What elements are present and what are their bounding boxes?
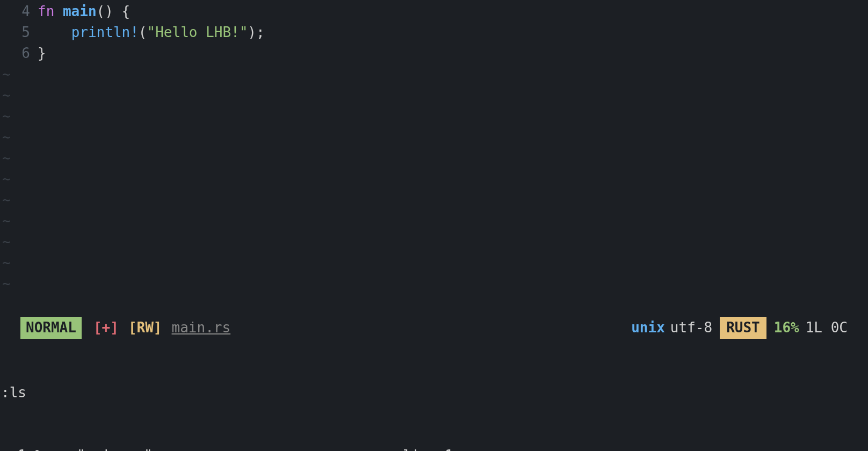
- empty-line-tilde: ~: [0, 85, 868, 106]
- empty-line-tilde: ~: [0, 273, 868, 294]
- file-format: unix: [631, 317, 665, 338]
- line-number: 5: [0, 22, 38, 43]
- encoding-label: utf-8: [670, 317, 712, 338]
- empty-line-tilde: ~: [0, 106, 868, 127]
- code-line[interactable]: 6}: [0, 43, 868, 64]
- language-badge: RUST: [720, 317, 766, 339]
- empty-line-tilde: ~: [0, 190, 868, 210]
- status-bar: NORMAL [+] [RW] main.rs unix utf-8 RUST …: [0, 317, 868, 338]
- code-editor[interactable]: 4fn main() {5 println!("Hello LHB!");6} …: [0, 0, 868, 294]
- line-number: 6: [0, 43, 38, 64]
- position-label: 1L 0C: [806, 317, 848, 338]
- line-number: 4: [0, 1, 38, 22]
- code-text[interactable]: }: [38, 43, 46, 64]
- mode-badge: NORMAL: [20, 317, 82, 339]
- empty-line-tilde: ~: [0, 169, 868, 190]
- command-input[interactable]: :ls: [1, 382, 868, 403]
- buffer-row: 1 %a + "main.rs"line 1: [1, 445, 868, 451]
- code-text[interactable]: fn main() {: [38, 1, 130, 22]
- code-line[interactable]: 5 println!("Hello LHB!");: [0, 22, 868, 43]
- code-line[interactable]: 4fn main() {: [0, 1, 868, 22]
- empty-line-tilde: ~: [0, 231, 868, 252]
- empty-line-tilde: ~: [0, 64, 868, 85]
- empty-line-tilde: ~: [0, 127, 868, 148]
- empty-line-tilde: ~: [0, 148, 868, 169]
- percent-label: 16%: [774, 317, 799, 338]
- buffer-entry: 1 %a + "main.rs": [1, 445, 403, 451]
- code-text[interactable]: println!("Hello LHB!");: [38, 22, 265, 43]
- buffer-list: 1 %a + "main.rs"line 1 2 "a.rs"line 0: [1, 445, 868, 451]
- empty-line-tilde: ~: [0, 210, 868, 231]
- command-area[interactable]: :ls 1 %a + "main.rs"line 1 2 "a.rs"line …: [1, 340, 868, 451]
- buffer-line-info: line 1: [403, 445, 453, 451]
- empty-line-tilde: ~: [0, 252, 868, 273]
- modified-flag: [+]: [93, 317, 119, 338]
- readwrite-flag: [RW]: [128, 317, 162, 338]
- filename-label: main.rs: [172, 317, 231, 338]
